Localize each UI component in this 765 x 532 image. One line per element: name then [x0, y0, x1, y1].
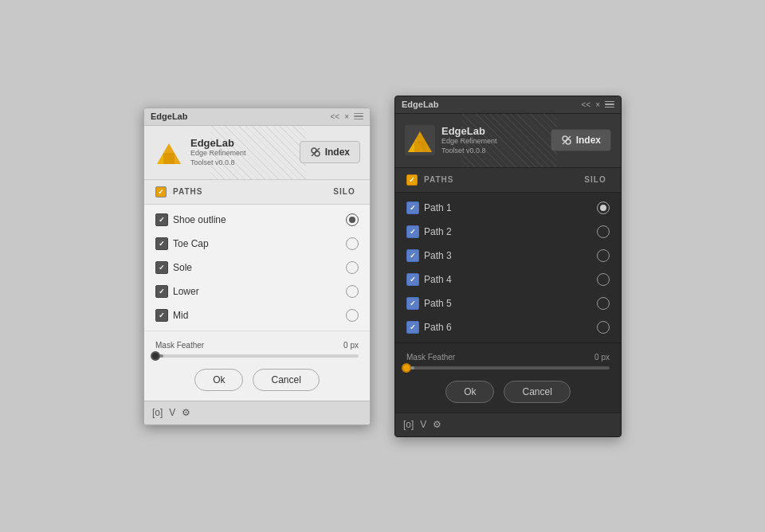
- cancel-button-light[interactable]: Cancel: [253, 369, 319, 391]
- item-checkbox-4[interactable]: ✓: [155, 309, 168, 322]
- slider-track-light[interactable]: [155, 354, 359, 358]
- check-mark-d2: ✓: [410, 252, 416, 260]
- item-checkbox-3[interactable]: ✓: [155, 285, 168, 298]
- item-name-d1: Path 2: [424, 226, 597, 237]
- slider-thumb-dark[interactable]: [402, 363, 411, 373]
- settings-icon-light[interactable]: ⚙: [182, 407, 190, 418]
- col-headers-light: ✓ PATHS SILO: [144, 180, 370, 205]
- item-checkbox-d0[interactable]: ✓: [406, 201, 419, 214]
- settings-icon-dark[interactable]: ⚙: [433, 419, 441, 430]
- record-icon-dark[interactable]: [o]: [403, 419, 414, 430]
- item-checkbox-d3[interactable]: ✓: [406, 273, 419, 286]
- item-name-1: Toe Cap: [173, 238, 346, 249]
- title-bar-controls-dark: << ×: [581, 100, 614, 109]
- list-item[interactable]: ✓ Path 3: [395, 244, 621, 268]
- list-item[interactable]: ✓ Toe Cap: [144, 232, 370, 256]
- list-item[interactable]: ✓ Sole: [144, 256, 370, 280]
- header-logo-light: EdgeLab Edge Refinement Toolset v0.0.8: [154, 137, 246, 167]
- item-radio-d1[interactable]: [597, 225, 610, 238]
- record-icon-light[interactable]: [o]: [152, 407, 163, 418]
- dark-panel: EdgeLab << × EdgeLab Edge Refinement: [394, 96, 622, 437]
- item-name-d4: Path 5: [424, 298, 597, 309]
- logo-subtitle-line2-dark: Toolset v0.0.8: [441, 147, 497, 156]
- logo-title-dark: EdgeLab: [441, 125, 497, 137]
- list-item[interactable]: ✓ Path 4: [395, 268, 621, 291]
- ok-button-light[interactable]: Ok: [194, 369, 243, 391]
- item-name-0: Shoe outline: [173, 214, 346, 225]
- title-bar-close-dark[interactable]: ×: [595, 100, 600, 109]
- check-mark-d3: ✓: [410, 276, 416, 284]
- header-check-mark-light: ✓: [158, 188, 164, 196]
- title-bar-restore-dark[interactable]: <<: [581, 100, 590, 109]
- item-radio-d0[interactable]: [597, 201, 610, 214]
- index-button-light[interactable]: Index: [300, 141, 360, 163]
- menu-icon-light[interactable]: [354, 113, 363, 120]
- mask-feather-row-dark: Mask Feather 0 px: [406, 353, 610, 362]
- item-checkbox-0[interactable]: ✓: [155, 213, 168, 226]
- v-icon-light[interactable]: V: [169, 407, 175, 418]
- item-name-4: Mid: [173, 310, 346, 321]
- check-mark-d5: ✓: [410, 323, 416, 331]
- index-button-label-dark: Index: [576, 135, 601, 146]
- path-list-light: ✓ Shoe outline ✓ Toe Cap ✓ Sole ✓ Lower …: [144, 205, 370, 331]
- item-radio-3[interactable]: [346, 285, 359, 298]
- mask-feather-label-light: Mask Feather: [155, 341, 204, 350]
- title-bar-close-light[interactable]: ×: [344, 112, 349, 121]
- check-mark-d0: ✓: [410, 204, 416, 212]
- item-radio-d2[interactable]: [597, 249, 610, 262]
- item-radio-4[interactable]: [346, 309, 359, 322]
- col-check-header-dark: ✓: [406, 174, 424, 186]
- item-checkbox-1[interactable]: ✓: [155, 237, 168, 250]
- action-buttons-light: Ok Cancel: [155, 369, 359, 391]
- slider-thumb-light[interactable]: [151, 351, 160, 361]
- mask-feather-value-dark: 0 px: [594, 353, 610, 362]
- radio-dot-0: [349, 217, 355, 223]
- check-mark-3: ✓: [159, 288, 165, 295]
- check-mark-2: ✓: [159, 264, 165, 272]
- col-paths-label-light: PATHS: [173, 187, 330, 196]
- list-item[interactable]: ✓ Shoe outline: [144, 208, 370, 232]
- item-radio-d4[interactable]: [597, 297, 610, 310]
- list-item[interactable]: ✓ Lower: [144, 280, 370, 303]
- title-bar-controls-light: << ×: [330, 112, 363, 121]
- list-item[interactable]: ✓ Mid: [144, 303, 370, 327]
- check-mark-d1: ✓: [410, 228, 416, 236]
- logo-subtitle-line1-dark: Edge Refinement: [441, 137, 497, 147]
- logo-subtitle-line2-light: Toolset v0.0.8: [190, 158, 246, 168]
- logo-subtitle-line1-light: Edge Refinement: [190, 149, 246, 158]
- item-radio-d3[interactable]: [597, 273, 610, 286]
- ok-button-dark[interactable]: Ok: [445, 381, 494, 403]
- logo-text-light: EdgeLab Edge Refinement Toolset v0.0.8: [190, 137, 246, 167]
- list-item[interactable]: ✓ Path 2: [395, 220, 621, 244]
- item-checkbox-d2[interactable]: ✓: [406, 249, 419, 262]
- title-bar-dark: EdgeLab << ×: [395, 96, 621, 114]
- header-checkbox-dark[interactable]: ✓: [406, 174, 418, 186]
- list-item[interactable]: ✓ Path 6: [395, 315, 621, 339]
- header-logo-dark: EdgeLab Edge Refinement Toolset v0.0.8: [405, 125, 497, 155]
- v-icon-dark[interactable]: V: [420, 419, 426, 430]
- index-button-dark[interactable]: Index: [551, 129, 611, 151]
- item-checkbox-d5[interactable]: ✓: [406, 321, 419, 334]
- index-button-label-light: Index: [325, 147, 350, 158]
- item-checkbox-d1[interactable]: ✓: [406, 225, 419, 238]
- col-silo-label-dark: SILO: [581, 175, 610, 184]
- logo-icon-dark: [405, 125, 435, 155]
- item-checkbox-d4[interactable]: ✓: [406, 297, 419, 310]
- item-radio-d5[interactable]: [597, 321, 610, 334]
- header-checkbox-light[interactable]: ✓: [155, 186, 167, 198]
- slider-track-dark[interactable]: [406, 366, 610, 370]
- title-bar-light: EdgeLab << ×: [144, 108, 370, 126]
- list-item[interactable]: ✓ Path 1: [395, 196, 621, 220]
- mask-feather-row-light: Mask Feather 0 px: [155, 341, 359, 350]
- action-buttons-dark: Ok Cancel: [406, 381, 610, 403]
- index-icon-dark: [561, 135, 572, 146]
- item-radio-2[interactable]: [346, 261, 359, 274]
- menu-icon-dark[interactable]: [605, 101, 614, 108]
- item-radio-0[interactable]: [346, 213, 359, 226]
- item-radio-1[interactable]: [346, 237, 359, 250]
- item-name-d0: Path 1: [424, 202, 597, 213]
- list-item[interactable]: ✓ Path 5: [395, 291, 621, 315]
- title-bar-restore-light[interactable]: <<: [330, 112, 339, 121]
- item-checkbox-2[interactable]: ✓: [155, 261, 168, 274]
- cancel-button-dark[interactable]: Cancel: [504, 381, 570, 403]
